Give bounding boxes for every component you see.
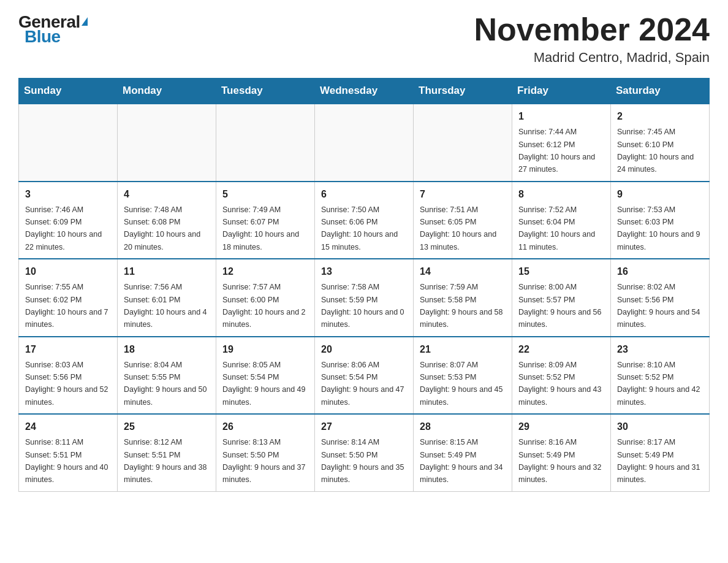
calendar-cell: 8Sunrise: 7:52 AM Sunset: 6:04 PM Daylig… [512, 182, 611, 259]
calendar-cell: 14Sunrise: 7:59 AM Sunset: 5:58 PM Dayli… [414, 259, 512, 337]
day-info: Sunrise: 7:52 AM Sunset: 6:04 PM Dayligh… [518, 205, 595, 251]
day-info: Sunrise: 8:05 AM Sunset: 5:54 PM Dayligh… [222, 361, 306, 407]
calendar-cell: 25Sunrise: 8:12 AM Sunset: 5:51 PM Dayli… [118, 414, 216, 491]
calendar-cell [414, 104, 512, 182]
day-number: 19 [222, 342, 308, 357]
day-info: Sunrise: 8:13 AM Sunset: 5:50 PM Dayligh… [222, 438, 306, 484]
calendar-cell: 27Sunrise: 8:14 AM Sunset: 5:50 PM Dayli… [315, 414, 414, 491]
day-info: Sunrise: 8:12 AM Sunset: 5:51 PM Dayligh… [124, 438, 207, 484]
day-header-tuesday: Tuesday [216, 79, 315, 104]
day-header-saturday: Saturday [611, 79, 710, 104]
calendar-cell: 29Sunrise: 8:16 AM Sunset: 5:49 PM Dayli… [512, 414, 611, 491]
day-number: 11 [124, 264, 210, 279]
calendar-cell: 16Sunrise: 8:02 AM Sunset: 5:56 PM Dayli… [611, 259, 710, 337]
day-info: Sunrise: 7:50 AM Sunset: 6:06 PM Dayligh… [321, 205, 398, 251]
title-block: November 2024 Madrid Centro, Madrid, Spa… [474, 12, 710, 66]
week-row-1: 1Sunrise: 7:44 AM Sunset: 6:12 PM Daylig… [19, 104, 710, 182]
calendar-cell: 17Sunrise: 8:03 AM Sunset: 5:56 PM Dayli… [19, 337, 118, 415]
calendar-cell: 1Sunrise: 7:44 AM Sunset: 6:12 PM Daylig… [512, 104, 611, 182]
calendar-cell: 2Sunrise: 7:45 AM Sunset: 6:10 PM Daylig… [611, 104, 710, 182]
day-number: 27 [321, 419, 407, 434]
calendar-cell: 19Sunrise: 8:05 AM Sunset: 5:54 PM Dayli… [216, 337, 315, 415]
page-header: General Blue November 2024 Madrid Centro… [18, 12, 710, 66]
day-number: 18 [124, 342, 210, 357]
week-row-3: 10Sunrise: 7:55 AM Sunset: 6:02 PM Dayli… [19, 259, 710, 337]
calendar-cell: 13Sunrise: 7:58 AM Sunset: 5:59 PM Dayli… [315, 259, 414, 337]
calendar-cell: 30Sunrise: 8:17 AM Sunset: 5:49 PM Dayli… [611, 414, 710, 491]
calendar-table: SundayMondayTuesdayWednesdayThursdayFrid… [18, 78, 710, 492]
calendar-cell: 9Sunrise: 7:53 AM Sunset: 6:03 PM Daylig… [611, 182, 710, 259]
day-info: Sunrise: 7:51 AM Sunset: 6:05 PM Dayligh… [420, 205, 496, 251]
location-title: Madrid Centro, Madrid, Spain [474, 50, 710, 66]
day-header-friday: Friday [512, 79, 611, 104]
day-number: 23 [617, 342, 703, 357]
calendar-cell [216, 104, 315, 182]
day-number: 13 [321, 264, 407, 279]
day-header-wednesday: Wednesday [315, 79, 414, 104]
logo: General Blue [18, 12, 88, 47]
day-info: Sunrise: 8:10 AM Sunset: 5:52 PM Dayligh… [617, 361, 700, 407]
day-info: Sunrise: 7:48 AM Sunset: 6:08 PM Dayligh… [124, 205, 200, 251]
calendar-cell: 24Sunrise: 8:11 AM Sunset: 5:51 PM Dayli… [19, 414, 118, 491]
week-row-5: 24Sunrise: 8:11 AM Sunset: 5:51 PM Dayli… [19, 414, 710, 491]
day-number: 26 [222, 419, 308, 434]
calendar-cell: 4Sunrise: 7:48 AM Sunset: 6:08 PM Daylig… [118, 182, 216, 259]
day-number: 1 [518, 109, 604, 124]
day-info: Sunrise: 8:00 AM Sunset: 5:57 PM Dayligh… [518, 283, 602, 329]
calendar-cell: 23Sunrise: 8:10 AM Sunset: 5:52 PM Dayli… [611, 337, 710, 415]
logo-triangle-icon [82, 17, 88, 26]
day-info: Sunrise: 7:59 AM Sunset: 5:58 PM Dayligh… [420, 283, 503, 329]
day-info: Sunrise: 7:46 AM Sunset: 6:09 PM Dayligh… [25, 205, 102, 251]
week-row-4: 17Sunrise: 8:03 AM Sunset: 5:56 PM Dayli… [19, 337, 710, 415]
day-number: 8 [518, 187, 604, 202]
day-number: 17 [25, 342, 111, 357]
day-number: 7 [420, 187, 506, 202]
calendar-cell: 6Sunrise: 7:50 AM Sunset: 6:06 PM Daylig… [315, 182, 414, 259]
day-number: 10 [25, 264, 111, 279]
day-number: 22 [518, 342, 604, 357]
day-info: Sunrise: 8:03 AM Sunset: 5:56 PM Dayligh… [25, 361, 108, 407]
day-info: Sunrise: 8:14 AM Sunset: 5:50 PM Dayligh… [321, 438, 404, 484]
day-number: 9 [617, 187, 703, 202]
calendar-cell: 26Sunrise: 8:13 AM Sunset: 5:50 PM Dayli… [216, 414, 315, 491]
day-info: Sunrise: 8:17 AM Sunset: 5:49 PM Dayligh… [617, 438, 700, 484]
calendar-cell: 28Sunrise: 8:15 AM Sunset: 5:49 PM Dayli… [414, 414, 512, 491]
day-number: 14 [420, 264, 506, 279]
calendar-cell: 22Sunrise: 8:09 AM Sunset: 5:52 PM Dayli… [512, 337, 611, 415]
calendar-header-row: SundayMondayTuesdayWednesdayThursdayFrid… [19, 79, 710, 104]
calendar-cell: 15Sunrise: 8:00 AM Sunset: 5:57 PM Dayli… [512, 259, 611, 337]
day-info: Sunrise: 8:02 AM Sunset: 5:56 PM Dayligh… [617, 283, 700, 329]
day-info: Sunrise: 7:44 AM Sunset: 6:12 PM Dayligh… [518, 128, 595, 174]
day-number: 15 [518, 264, 604, 279]
day-info: Sunrise: 7:45 AM Sunset: 6:10 PM Dayligh… [617, 128, 694, 174]
calendar-cell [19, 104, 118, 182]
week-row-2: 3Sunrise: 7:46 AM Sunset: 6:09 PM Daylig… [19, 182, 710, 259]
calendar-cell: 12Sunrise: 7:57 AM Sunset: 6:00 PM Dayli… [216, 259, 315, 337]
day-number: 28 [420, 419, 506, 434]
day-number: 21 [420, 342, 506, 357]
day-number: 25 [124, 419, 210, 434]
day-number: 16 [617, 264, 703, 279]
day-info: Sunrise: 7:49 AM Sunset: 6:07 PM Dayligh… [222, 205, 299, 251]
day-info: Sunrise: 8:06 AM Sunset: 5:54 PM Dayligh… [321, 361, 404, 407]
day-info: Sunrise: 7:55 AM Sunset: 6:02 PM Dayligh… [25, 283, 108, 329]
calendar-cell: 5Sunrise: 7:49 AM Sunset: 6:07 PM Daylig… [216, 182, 315, 259]
day-info: Sunrise: 8:07 AM Sunset: 5:53 PM Dayligh… [420, 361, 503, 407]
day-number: 24 [25, 419, 111, 434]
day-info: Sunrise: 8:15 AM Sunset: 5:49 PM Dayligh… [420, 438, 503, 484]
calendar-cell: 3Sunrise: 7:46 AM Sunset: 6:09 PM Daylig… [19, 182, 118, 259]
day-number: 4 [124, 187, 210, 202]
day-info: Sunrise: 8:11 AM Sunset: 5:51 PM Dayligh… [25, 438, 108, 484]
day-number: 30 [617, 419, 703, 434]
day-number: 20 [321, 342, 407, 357]
day-header-sunday: Sunday [19, 79, 118, 104]
day-number: 12 [222, 264, 308, 279]
calendar-cell: 18Sunrise: 8:04 AM Sunset: 5:55 PM Dayli… [118, 337, 216, 415]
calendar-cell [118, 104, 216, 182]
day-number: 5 [222, 187, 308, 202]
day-info: Sunrise: 8:16 AM Sunset: 5:49 PM Dayligh… [518, 438, 602, 484]
day-info: Sunrise: 8:09 AM Sunset: 5:52 PM Dayligh… [518, 361, 602, 407]
day-header-monday: Monday [118, 79, 216, 104]
day-info: Sunrise: 8:04 AM Sunset: 5:55 PM Dayligh… [124, 361, 207, 407]
day-info: Sunrise: 7:58 AM Sunset: 5:59 PM Dayligh… [321, 283, 404, 329]
